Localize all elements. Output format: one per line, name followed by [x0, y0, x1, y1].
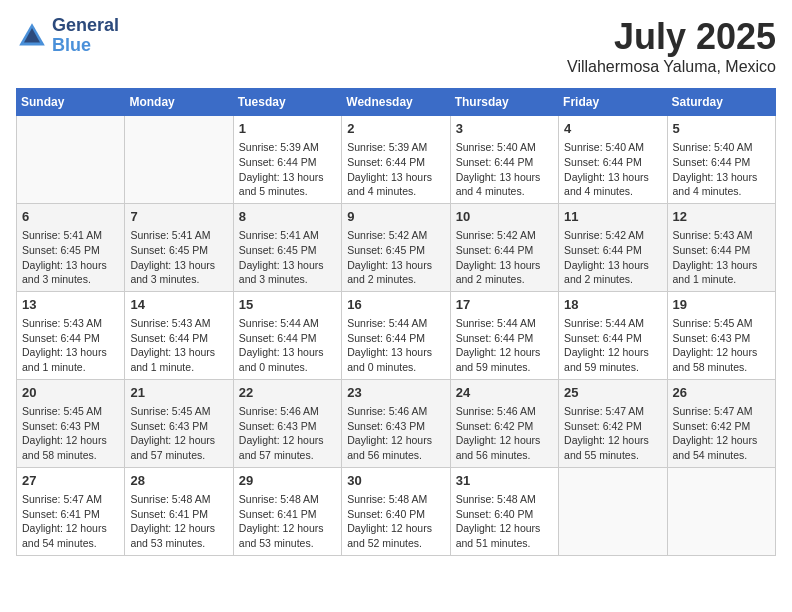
day-number: 22 — [239, 384, 336, 402]
weekday-header-friday: Friday — [559, 89, 667, 116]
day-number: 28 — [130, 472, 227, 490]
day-number: 30 — [347, 472, 444, 490]
calendar-cell: 31Sunrise: 5:48 AM Sunset: 6:40 PM Dayli… — [450, 467, 558, 555]
weekday-header-saturday: Saturday — [667, 89, 775, 116]
day-info: Sunrise: 5:39 AM Sunset: 6:44 PM Dayligh… — [347, 140, 444, 199]
day-number: 6 — [22, 208, 119, 226]
day-number: 14 — [130, 296, 227, 314]
calendar-title: July 2025 — [567, 16, 776, 58]
day-info: Sunrise: 5:44 AM Sunset: 6:44 PM Dayligh… — [347, 316, 444, 375]
day-info: Sunrise: 5:39 AM Sunset: 6:44 PM Dayligh… — [239, 140, 336, 199]
day-number: 7 — [130, 208, 227, 226]
day-number: 11 — [564, 208, 661, 226]
day-number: 12 — [673, 208, 770, 226]
day-info: Sunrise: 5:45 AM Sunset: 6:43 PM Dayligh… — [673, 316, 770, 375]
day-number: 19 — [673, 296, 770, 314]
calendar-cell: 13Sunrise: 5:43 AM Sunset: 6:44 PM Dayli… — [17, 291, 125, 379]
day-info: Sunrise: 5:48 AM Sunset: 6:40 PM Dayligh… — [456, 492, 553, 551]
day-info: Sunrise: 5:44 AM Sunset: 6:44 PM Dayligh… — [456, 316, 553, 375]
day-info: Sunrise: 5:47 AM Sunset: 6:42 PM Dayligh… — [673, 404, 770, 463]
page-header: General Blue July 2025 Villahermosa Yalu… — [16, 16, 776, 76]
day-info: Sunrise: 5:43 AM Sunset: 6:44 PM Dayligh… — [673, 228, 770, 287]
day-number: 2 — [347, 120, 444, 138]
day-info: Sunrise: 5:48 AM Sunset: 6:41 PM Dayligh… — [130, 492, 227, 551]
day-number: 27 — [22, 472, 119, 490]
day-info: Sunrise: 5:45 AM Sunset: 6:43 PM Dayligh… — [22, 404, 119, 463]
day-info: Sunrise: 5:43 AM Sunset: 6:44 PM Dayligh… — [130, 316, 227, 375]
day-number: 10 — [456, 208, 553, 226]
calendar-cell: 12Sunrise: 5:43 AM Sunset: 6:44 PM Dayli… — [667, 203, 775, 291]
day-info: Sunrise: 5:46 AM Sunset: 6:42 PM Dayligh… — [456, 404, 553, 463]
day-number: 13 — [22, 296, 119, 314]
calendar-cell: 4Sunrise: 5:40 AM Sunset: 6:44 PM Daylig… — [559, 116, 667, 204]
calendar-cell: 8Sunrise: 5:41 AM Sunset: 6:45 PM Daylig… — [233, 203, 341, 291]
logo-text: General Blue — [52, 16, 119, 56]
weekday-header-sunday: Sunday — [17, 89, 125, 116]
day-number: 23 — [347, 384, 444, 402]
day-number: 18 — [564, 296, 661, 314]
calendar-cell — [667, 467, 775, 555]
calendar-cell: 23Sunrise: 5:46 AM Sunset: 6:43 PM Dayli… — [342, 379, 450, 467]
calendar-table: SundayMondayTuesdayWednesdayThursdayFrid… — [16, 88, 776, 556]
day-info: Sunrise: 5:42 AM Sunset: 6:45 PM Dayligh… — [347, 228, 444, 287]
day-number: 17 — [456, 296, 553, 314]
day-info: Sunrise: 5:40 AM Sunset: 6:44 PM Dayligh… — [564, 140, 661, 199]
day-info: Sunrise: 5:47 AM Sunset: 6:41 PM Dayligh… — [22, 492, 119, 551]
weekday-header-tuesday: Tuesday — [233, 89, 341, 116]
calendar-week-5: 27Sunrise: 5:47 AM Sunset: 6:41 PM Dayli… — [17, 467, 776, 555]
calendar-cell: 20Sunrise: 5:45 AM Sunset: 6:43 PM Dayli… — [17, 379, 125, 467]
calendar-cell: 10Sunrise: 5:42 AM Sunset: 6:44 PM Dayli… — [450, 203, 558, 291]
day-info: Sunrise: 5:43 AM Sunset: 6:44 PM Dayligh… — [22, 316, 119, 375]
calendar-cell: 18Sunrise: 5:44 AM Sunset: 6:44 PM Dayli… — [559, 291, 667, 379]
calendar-cell: 17Sunrise: 5:44 AM Sunset: 6:44 PM Dayli… — [450, 291, 558, 379]
calendar-week-1: 1Sunrise: 5:39 AM Sunset: 6:44 PM Daylig… — [17, 116, 776, 204]
day-info: Sunrise: 5:44 AM Sunset: 6:44 PM Dayligh… — [239, 316, 336, 375]
calendar-cell — [17, 116, 125, 204]
calendar-cell — [559, 467, 667, 555]
day-number: 8 — [239, 208, 336, 226]
calendar-cell: 25Sunrise: 5:47 AM Sunset: 6:42 PM Dayli… — [559, 379, 667, 467]
calendar-cell: 3Sunrise: 5:40 AM Sunset: 6:44 PM Daylig… — [450, 116, 558, 204]
calendar-cell: 27Sunrise: 5:47 AM Sunset: 6:41 PM Dayli… — [17, 467, 125, 555]
calendar-week-3: 13Sunrise: 5:43 AM Sunset: 6:44 PM Dayli… — [17, 291, 776, 379]
calendar-cell: 21Sunrise: 5:45 AM Sunset: 6:43 PM Dayli… — [125, 379, 233, 467]
day-number: 31 — [456, 472, 553, 490]
day-number: 16 — [347, 296, 444, 314]
calendar-subtitle: Villahermosa Yaluma, Mexico — [567, 58, 776, 76]
calendar-cell: 15Sunrise: 5:44 AM Sunset: 6:44 PM Dayli… — [233, 291, 341, 379]
day-info: Sunrise: 5:47 AM Sunset: 6:42 PM Dayligh… — [564, 404, 661, 463]
calendar-cell: 7Sunrise: 5:41 AM Sunset: 6:45 PM Daylig… — [125, 203, 233, 291]
weekday-header-thursday: Thursday — [450, 89, 558, 116]
day-number: 24 — [456, 384, 553, 402]
day-info: Sunrise: 5:44 AM Sunset: 6:44 PM Dayligh… — [564, 316, 661, 375]
calendar-cell: 9Sunrise: 5:42 AM Sunset: 6:45 PM Daylig… — [342, 203, 450, 291]
day-number: 25 — [564, 384, 661, 402]
calendar-week-4: 20Sunrise: 5:45 AM Sunset: 6:43 PM Dayli… — [17, 379, 776, 467]
day-number: 3 — [456, 120, 553, 138]
day-number: 1 — [239, 120, 336, 138]
calendar-cell: 19Sunrise: 5:45 AM Sunset: 6:43 PM Dayli… — [667, 291, 775, 379]
weekday-header-wednesday: Wednesday — [342, 89, 450, 116]
day-info: Sunrise: 5:41 AM Sunset: 6:45 PM Dayligh… — [130, 228, 227, 287]
calendar-week-2: 6Sunrise: 5:41 AM Sunset: 6:45 PM Daylig… — [17, 203, 776, 291]
calendar-cell: 2Sunrise: 5:39 AM Sunset: 6:44 PM Daylig… — [342, 116, 450, 204]
title-block: July 2025 Villahermosa Yaluma, Mexico — [567, 16, 776, 76]
day-number: 21 — [130, 384, 227, 402]
day-number: 29 — [239, 472, 336, 490]
day-info: Sunrise: 5:48 AM Sunset: 6:40 PM Dayligh… — [347, 492, 444, 551]
day-number: 4 — [564, 120, 661, 138]
calendar-cell: 28Sunrise: 5:48 AM Sunset: 6:41 PM Dayli… — [125, 467, 233, 555]
calendar-cell: 5Sunrise: 5:40 AM Sunset: 6:44 PM Daylig… — [667, 116, 775, 204]
day-number: 26 — [673, 384, 770, 402]
day-info: Sunrise: 5:48 AM Sunset: 6:41 PM Dayligh… — [239, 492, 336, 551]
day-info: Sunrise: 5:41 AM Sunset: 6:45 PM Dayligh… — [22, 228, 119, 287]
calendar-cell: 22Sunrise: 5:46 AM Sunset: 6:43 PM Dayli… — [233, 379, 341, 467]
calendar-cell — [125, 116, 233, 204]
day-info: Sunrise: 5:46 AM Sunset: 6:43 PM Dayligh… — [347, 404, 444, 463]
day-info: Sunrise: 5:40 AM Sunset: 6:44 PM Dayligh… — [456, 140, 553, 199]
day-number: 5 — [673, 120, 770, 138]
weekday-header-row: SundayMondayTuesdayWednesdayThursdayFrid… — [17, 89, 776, 116]
day-info: Sunrise: 5:40 AM Sunset: 6:44 PM Dayligh… — [673, 140, 770, 199]
calendar-cell: 11Sunrise: 5:42 AM Sunset: 6:44 PM Dayli… — [559, 203, 667, 291]
calendar-cell: 6Sunrise: 5:41 AM Sunset: 6:45 PM Daylig… — [17, 203, 125, 291]
